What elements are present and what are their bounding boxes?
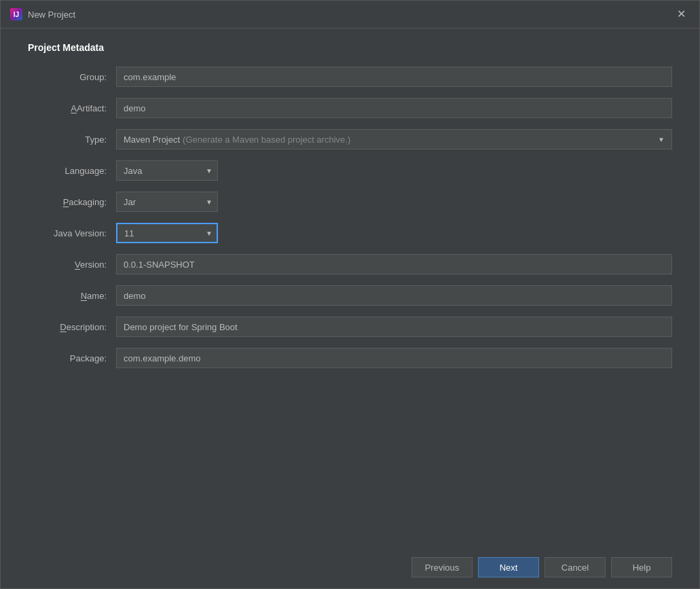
cancel-button[interactable]: Cancel (545, 557, 606, 577)
help-button[interactable]: Help (611, 557, 672, 577)
group-input[interactable] (116, 67, 672, 87)
title-bar: IJ New Project ✕ (1, 1, 699, 29)
artifact-label: AArtifact: (28, 103, 116, 113)
version-label: Version: (28, 260, 116, 270)
new-project-dialog: IJ New Project ✕ Project Metadata Group:… (0, 0, 700, 589)
packaging-row: Packaging: Jar War ▼ (28, 192, 672, 212)
description-input[interactable] (116, 317, 672, 337)
language-row: Language: Java Kotlin Groovy ▼ (28, 160, 672, 181)
packaging-label: Packaging: (28, 197, 116, 207)
app-icon: IJ (10, 8, 22, 20)
type-row: Type: Maven Project (Generate a Maven ba… (28, 129, 672, 149)
next-button[interactable]: Next (478, 557, 539, 577)
type-label: Type: (28, 135, 116, 145)
previous-button[interactable]: Previous (411, 557, 473, 577)
java-version-select[interactable]: 11 8 17 (116, 223, 218, 243)
title-bar-left: IJ New Project (10, 8, 75, 20)
close-button[interactable]: ✕ (673, 7, 690, 21)
window-title: New Project (28, 10, 75, 20)
language-label: Language: (28, 166, 116, 176)
java-version-label: Java Version: (28, 228, 116, 238)
package-row: Package: (28, 348, 672, 368)
name-input[interactable] (116, 285, 672, 306)
type-main: Maven Project (124, 135, 180, 145)
form-content: Project Metadata Group: AArtifact: Type:… (1, 29, 699, 546)
name-label: Name: (28, 291, 116, 301)
version-row: Version: (28, 254, 672, 274)
language-select-wrapper: Java Kotlin Groovy ▼ (116, 160, 218, 181)
packaging-select-wrapper: Jar War ▼ (116, 192, 218, 212)
packaging-select[interactable]: Jar War (116, 192, 218, 212)
name-row: Name: (28, 285, 672, 306)
group-label: Group: (28, 72, 116, 82)
type-select[interactable]: Maven Project (Generate a Maven based pr… (116, 129, 672, 149)
group-row: Group: (28, 67, 672, 87)
package-label: Package: (28, 353, 116, 363)
section-title: Project Metadata (28, 42, 672, 53)
description-label: Description: (28, 322, 116, 332)
footer: Previous Next Cancel Help (1, 546, 699, 588)
language-select[interactable]: Java Kotlin Groovy (116, 160, 218, 181)
type-desc: (Generate a Maven based project archive.… (183, 135, 350, 145)
description-row: Description: (28, 317, 672, 337)
version-input[interactable] (116, 254, 672, 274)
java-version-select-wrapper: 11 8 17 ▼ (116, 223, 218, 243)
chevron-down-icon: ▼ (658, 136, 665, 143)
java-version-row: Java Version: 11 8 17 ▼ (28, 223, 672, 243)
artifact-input[interactable] (116, 98, 672, 118)
package-input[interactable] (116, 348, 672, 368)
artifact-row: AArtifact: (28, 98, 672, 118)
